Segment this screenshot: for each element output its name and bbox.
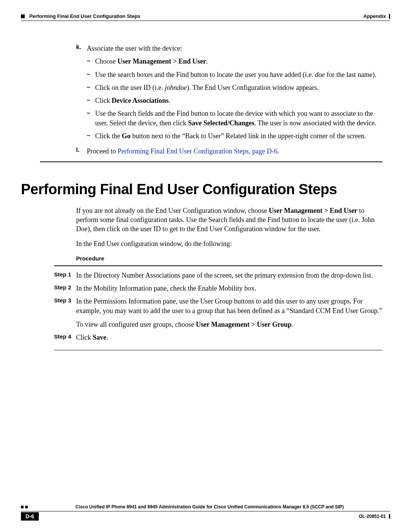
- list-l-post: .: [277, 147, 279, 155]
- dash-marker-icon: –: [87, 83, 95, 92]
- header-bar-icon: [389, 14, 390, 19]
- cross-ref-link[interactable]: Performing Final End User Configuration …: [118, 147, 277, 155]
- procedure-step: Step 4Click Save.: [76, 333, 382, 342]
- step-body: In the Mobility Information pane, check …: [76, 284, 382, 293]
- dash-body: Choose User Management > End User.: [95, 57, 382, 66]
- dash-marker-icon: –: [87, 57, 95, 66]
- dash-item: –Click on the user ID (i.e. johndoe). Th…: [87, 83, 382, 92]
- procedure-step: Step 1In the Directory Number Associatio…: [76, 271, 382, 280]
- dash-body: Use the Search fields and the Find butto…: [95, 109, 382, 128]
- bold-text: Device Associations: [112, 97, 169, 104]
- dash-body: Click the Go button next to the “Back to…: [95, 131, 382, 141]
- header-appendix-label: Appendix: [363, 13, 386, 19]
- dash-body: Click Device Associations.: [95, 96, 382, 105]
- list-k-intro: Associate the user with the device:: [87, 45, 182, 52]
- page-footer: Cisco Unified IP Phone 8941 and 8945 Adm…: [21, 504, 390, 521]
- step-label: Step 3: [54, 297, 76, 329]
- procedure-step: Step 2In the Mobility Information pane, …: [76, 284, 382, 293]
- section-paragraph-1: If you are not already on the End User C…: [76, 206, 382, 234]
- bold-text: User Management > End User: [269, 207, 357, 214]
- list-item-l: l. Proceed to Performing Final End User …: [76, 147, 382, 156]
- step-label: Step 2: [54, 284, 76, 293]
- page-number: D-6: [21, 512, 39, 521]
- footer-bar-icon: [389, 514, 390, 519]
- list-l-pre: Proceed to: [87, 147, 118, 155]
- step-body: In the Directory Number Associations pan…: [76, 271, 382, 280]
- dash-item: –Use the search boxes and the Find butto…: [87, 70, 382, 79]
- dash-marker-icon: –: [87, 96, 95, 105]
- procedure-top-rule: [54, 265, 382, 266]
- step-body: Click Save.: [76, 333, 382, 342]
- bold-text: Go: [122, 132, 131, 140]
- dash-marker-icon: –: [87, 70, 95, 79]
- step-label: Step 4: [54, 333, 76, 342]
- section-heading: Performing Final End User Configuration …: [21, 181, 382, 198]
- italic-text: doe: [315, 71, 325, 78]
- header-rule: [21, 21, 390, 21]
- header-section-title: Performing Final End User Configuration …: [29, 13, 140, 19]
- section-divider: [40, 161, 382, 162]
- footer-marker-icon: [25, 506, 28, 508]
- procedure-bottom-rule: [54, 350, 382, 350]
- italic-text: johndoe: [165, 84, 187, 91]
- dash-marker-icon: –: [87, 109, 95, 128]
- procedure-label: Procedure: [76, 255, 382, 262]
- footer-doc-title: Cisco Unified IP Phone 8941 and 8945 Adm…: [29, 504, 390, 510]
- dash-item: –Click Device Associations.: [87, 96, 382, 105]
- dash-item: –Use the Search fields and the Find butt…: [87, 109, 382, 128]
- footer-marker-icon: [21, 506, 24, 508]
- section-paragraph-2: In the End User configuration window, do…: [76, 239, 382, 248]
- bold-text: Save: [93, 334, 107, 341]
- dash-body: Click on the user ID (i.e. johndoe). The…: [95, 83, 382, 92]
- dash-item: –Choose User Management > End User.: [87, 57, 382, 66]
- list-marker-k: k.: [76, 44, 87, 144]
- dash-body: Use the search boxes and the Find button…: [95, 70, 382, 79]
- procedure-step: Step 3In the Permissions Information pan…: [76, 297, 382, 329]
- bold-text: User Management > User Group: [196, 321, 292, 328]
- page-header: Performing Final End User Configuration …: [21, 13, 390, 21]
- list-item-k: k. Associate the user with the device: –…: [76, 44, 382, 144]
- list-marker-l: l.: [76, 147, 87, 156]
- footer-doc-code: OL-20851-01: [359, 514, 386, 519]
- bold-text: Save Selected/Changes: [188, 119, 255, 127]
- bold-text: User Management > End User: [118, 58, 206, 65]
- dash-item: –Click the Go button next to the “Back t…: [87, 131, 382, 141]
- step-label: Step 1: [54, 271, 76, 280]
- header-marker-icon: [21, 14, 25, 18]
- step-body: In the Permissions Information pane, use…: [76, 297, 382, 329]
- dash-marker-icon: –: [87, 131, 95, 141]
- footer-rule: [21, 511, 390, 511]
- content-area: k. Associate the user with the device: –…: [21, 44, 390, 350]
